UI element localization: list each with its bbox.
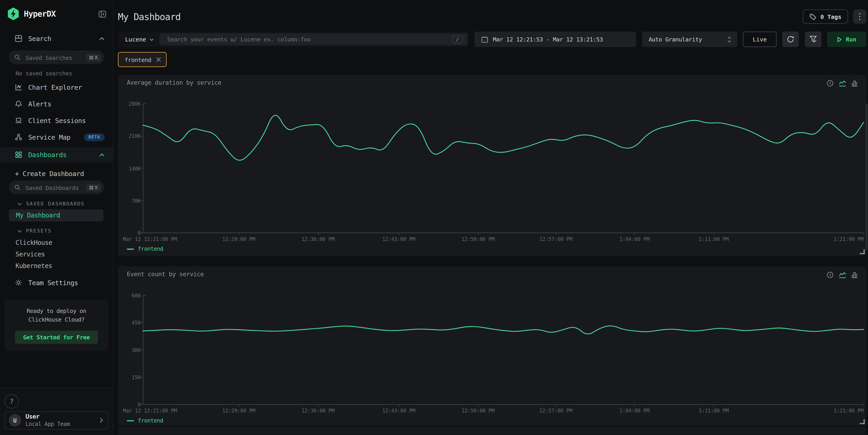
no-saved-searches-text: No saved searches <box>0 64 113 77</box>
y-axis-tick-label: 150 <box>118 374 141 380</box>
sidebar: HyperDX Search K <box>0 0 114 435</box>
sidebar-item-service-map[interactable]: Service Map BETA <box>0 130 113 144</box>
legend-item-frontend[interactable]: frontend <box>127 417 163 424</box>
chart-explorer-icon <box>15 84 22 91</box>
date-range-picker[interactable]: Mar 12 12:21:53 - Mar 12 13:21:53 <box>474 32 636 47</box>
chart-canvas <box>138 100 866 237</box>
search-icon <box>14 54 21 60</box>
refresh-icon <box>787 35 795 43</box>
refresh-button[interactable] <box>782 32 799 47</box>
sidebar-item-label: Dashboards <box>28 151 66 158</box>
clickhouse-cloud-promo-card: Ready to deploy on ClickHouse Cloud? Get… <box>4 300 108 351</box>
collapse-sidebar-icon <box>99 10 106 18</box>
get-started-button[interactable]: Get Started for Free <box>15 330 98 343</box>
section-saved-dashboards[interactable]: SAVED DASHBOARDS <box>0 201 113 206</box>
event-search-group: Lucene / <box>118 32 469 47</box>
close-icon <box>156 57 161 62</box>
run-button[interactable]: Run <box>827 32 866 47</box>
filter-edit-icon <box>809 35 817 43</box>
y-axis-tick-label: 280K <box>118 101 141 107</box>
filter-chip-frontend[interactable]: frontend <box>118 52 167 67</box>
sidebar-item-label: Client Sessions <box>28 117 86 124</box>
chevron-down-icon <box>149 38 154 41</box>
saved-searches-input[interactable] <box>24 54 82 61</box>
granularity-select[interactable]: Auto Granularity <box>642 32 737 47</box>
chevron-up-icon <box>99 153 104 156</box>
sidebar-item-client-sessions[interactable]: Client Sessions <box>0 114 113 127</box>
line-chart-plot: 6004503001500Mar 12 12:21:00 PM12:29:00 … <box>118 266 866 426</box>
hyperdx-logo-icon <box>7 7 19 21</box>
line-chart-plot: 280K210K140K70K0Mar 12 12:21:00 PM12:29:… <box>118 75 866 256</box>
legend-item-frontend[interactable]: frontend <box>127 246 163 252</box>
sidebar-item-dashboards[interactable]: Dashboards <box>0 147 113 162</box>
section-presets[interactable]: PRESETS <box>0 228 113 234</box>
chart-legend: frontend <box>127 417 163 424</box>
main-content: My Dashboard 0 Tags Lucene <box>114 0 868 435</box>
tags-button[interactable]: 0 Tags <box>803 9 848 24</box>
series-line-frontend <box>143 326 863 334</box>
chevron-down-icon <box>17 203 22 205</box>
page-header: My Dashboard 0 Tags <box>118 9 866 24</box>
play-icon <box>837 36 842 42</box>
dashboards-grid-icon <box>15 151 22 158</box>
saved-dashboards-input[interactable] <box>24 184 82 191</box>
logo-row: HyperDX <box>0 0 113 21</box>
series-line-frontend <box>143 115 863 160</box>
sidebar-item-label: Alerts <box>28 100 51 108</box>
chart-canvas <box>138 292 866 409</box>
sidebar-collapse-button[interactable] <box>99 10 106 18</box>
legend-label: frontend <box>138 417 163 424</box>
legend-dash-icon <box>127 420 134 421</box>
cmd-k-shortcut: K <box>86 184 101 191</box>
promo-text: Ready to deploy on ClickHouse Cloud? <box>9 306 104 324</box>
next-panel-edge <box>118 427 866 435</box>
legend-dash-icon <box>127 248 134 249</box>
granularity-value: Auto Granularity <box>649 36 702 42</box>
sidebar-item-label: Team Settings <box>28 279 78 286</box>
laptop-icon <box>15 117 22 124</box>
search-icon <box>14 184 21 191</box>
sidebar-item-team-settings[interactable]: Team Settings <box>0 276 113 290</box>
calendar-icon <box>481 36 489 43</box>
sidebar-item-label: Service Map <box>28 133 70 141</box>
y-axis-tick-label: 600 <box>118 292 141 299</box>
sidebar-item-search[interactable]: Search <box>0 32 113 45</box>
chevron-up-icon <box>99 37 104 40</box>
user-menu[interactable]: U User Local App Team <box>4 411 108 430</box>
legend-label: frontend <box>138 246 163 252</box>
dashboard-menu-button[interactable] <box>853 9 866 24</box>
sidebar-item-preset-kubernetes[interactable]: Kubernetes <box>0 260 113 271</box>
user-name: User <box>26 413 95 421</box>
filter-button[interactable] <box>805 32 821 47</box>
bell-icon <box>15 100 22 107</box>
query-language-dropdown[interactable]: Lucene <box>118 32 159 47</box>
page-title: My Dashboard <box>118 11 181 22</box>
sidebar-item-preset-clickhouse[interactable]: ClickHouse <box>0 237 113 248</box>
remove-filter-button[interactable] <box>156 57 161 62</box>
create-dashboard-button[interactable]: + Create Dashboard <box>0 162 113 179</box>
sidebar-item-chart-explorer[interactable]: Chart Explorer <box>0 81 113 94</box>
sidebar-item-my-dashboard[interactable]: My Dashboard <box>9 209 103 221</box>
command-icon <box>89 185 93 189</box>
vertical-scrollbar-thumb[interactable] <box>866 104 867 250</box>
date-range-value: Mar 12 12:21:53 - Mar 12 13:21:53 <box>493 36 603 42</box>
sidebar-item-label: Chart Explorer <box>28 83 82 91</box>
sidebar-item-alerts[interactable]: Alerts <box>0 97 113 111</box>
hyperdx-app: HyperDX Search K <box>0 0 868 435</box>
sidebar-footer: ? U User Local App Team <box>0 387 113 435</box>
y-axis-tick-label: 300 <box>118 347 141 353</box>
cmd-k-shortcut: K <box>86 54 101 61</box>
service-map-icon <box>15 133 22 141</box>
y-axis-tick-label: 210K <box>118 133 141 139</box>
help-button[interactable]: ? <box>4 394 19 408</box>
y-axis-tick-label: 140K <box>118 165 141 172</box>
kebab-menu-icon <box>859 13 860 20</box>
sidebar-item-preset-services[interactable]: Services <box>0 248 113 260</box>
y-axis-tick-label: 0 <box>118 402 141 408</box>
event-search-input[interactable] <box>166 35 452 43</box>
saved-searches-searchbox[interactable]: K <box>9 50 104 64</box>
saved-dashboards-searchbox[interactable]: K <box>9 181 104 194</box>
search-layout-icon <box>15 35 22 42</box>
slash-shortcut-badge: / <box>452 35 463 43</box>
live-button[interactable]: Live <box>743 32 777 47</box>
